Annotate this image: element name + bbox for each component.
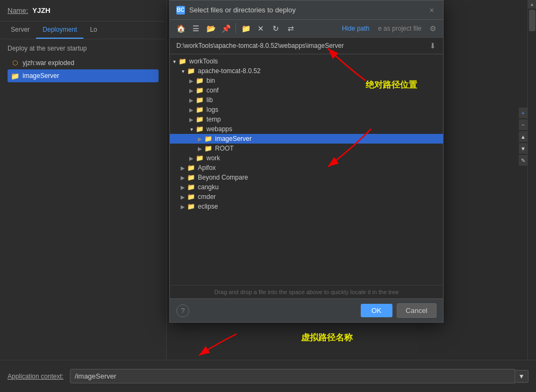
toolbar-pin-btn[interactable]: 📌: [219, 22, 232, 35]
name-label[interactable]: Name:: [8, 6, 28, 15]
tree-node-workTools[interactable]: ▾📁workTools: [170, 56, 443, 66]
path-download-btn[interactable]: ⬇: [427, 40, 439, 52]
scroll-track: [528, 9, 536, 383]
tree-node-temp[interactable]: ▶📁temp: [170, 115, 443, 124]
folder-icon: 📁: [187, 183, 195, 191]
ok-button[interactable]: OK: [361, 304, 392, 317]
folder-icon: 📁: [178, 58, 187, 65]
expand-arrow[interactable]: ▾: [178, 68, 187, 74]
expand-arrow[interactable]: ▾: [187, 126, 196, 132]
expand-arrow[interactable]: ▶: [187, 78, 196, 84]
toolbar-folder-btn[interactable]: 📂: [204, 22, 217, 35]
tab-server[interactable]: Server: [4, 22, 36, 39]
tree-node-eclipse[interactable]: ▶📁eclipse: [170, 202, 443, 211]
tree-node-label: apache-tomcat-8.0.52: [198, 67, 261, 75]
tree-node-Apifox[interactable]: ▶📁Apifox: [170, 163, 443, 173]
deploy-section: Deploy at the server startup ⬡ yjzh:war …: [0, 39, 166, 88]
edit-icon-up[interactable]: ▲: [519, 131, 527, 142]
bottom-bar: Application context: ▼: [0, 360, 536, 392]
folder-icon: 📁: [204, 135, 212, 142]
tree-node-logs[interactable]: ▶📁logs: [170, 105, 443, 115]
right-scrollbar: ▲ ▼: [527, 0, 536, 392]
folder-icon: 📁: [196, 87, 204, 94]
help-button[interactable]: ?: [176, 304, 189, 317]
hide-path-button[interactable]: Hide path: [339, 24, 373, 33]
folder-icon: 📁: [187, 164, 195, 172]
tree-node-conf[interactable]: ▶📁conf: [170, 85, 443, 95]
cancel-button[interactable]: Cancel: [397, 303, 437, 318]
toolbar-sync-btn[interactable]: ⇄: [284, 22, 297, 35]
toolbar-list-btn[interactable]: ☰: [189, 22, 202, 35]
expand-arrow[interactable]: ▶: [187, 117, 196, 123]
tree-node-label: work: [206, 154, 220, 162]
deploy-item-war-label: yjzh:war exploded: [23, 59, 74, 67]
folder-icon: 📁: [187, 174, 195, 181]
folder-icon: 📁: [187, 67, 195, 75]
expand-arrow[interactable]: ▶: [196, 146, 204, 152]
toolbar-refresh-btn[interactable]: ↻: [269, 22, 282, 35]
expand-arrow[interactable]: ▶: [178, 175, 187, 181]
tree-node-label: cmder: [198, 193, 216, 201]
expand-arrow[interactable]: ▶: [187, 88, 196, 94]
dialog-close-button[interactable]: ×: [427, 5, 437, 15]
gear-button[interactable]: ⚙: [427, 23, 439, 34]
expand-arrow[interactable]: ▶: [187, 97, 196, 103]
name-value: YJZH: [32, 6, 50, 15]
app-context-label[interactable]: Application context:: [8, 373, 63, 380]
path-bar: ⬇: [170, 38, 443, 54]
dialog-toolbar: 🏠 ☰ 📂 📌 📁 ✕ ↻ ⇄ Hide path e as project f…: [170, 20, 443, 38]
tree-node-imageServer[interactable]: ▶📁imageServer: [170, 134, 443, 144]
tree-node-ROOT[interactable]: ▶📁ROOT: [170, 144, 443, 153]
edit-icon-plus[interactable]: +: [519, 108, 527, 118]
tree-node-label: eclipse: [198, 203, 218, 210]
tab-lo[interactable]: Lo: [83, 22, 103, 39]
dialog-title: Select files or directories to deploy: [189, 6, 427, 14]
expand-arrow[interactable]: ▶: [178, 194, 187, 200]
deploy-item-war[interactable]: ⬡ yjzh:war exploded: [8, 56, 159, 69]
name-row: Name: YJZH: [0, 0, 166, 22]
toolbar-home-btn[interactable]: 🏠: [174, 22, 187, 35]
tree-node-label: imageServer: [215, 135, 252, 142]
tree-node-BeyondCompare[interactable]: ▶📁Beyond Compare: [170, 173, 443, 182]
expand-arrow[interactable]: ▶: [178, 165, 187, 171]
expand-arrow[interactable]: ▶: [187, 107, 196, 113]
toolbar-close-btn[interactable]: ✕: [254, 22, 267, 35]
expand-arrow[interactable]: ▾: [170, 59, 178, 65]
save-as-project-button[interactable]: e as project file: [375, 24, 425, 33]
tree-node-cangku[interactable]: ▶📁cangku: [170, 182, 443, 192]
tree-node-label: ROOT: [215, 145, 234, 152]
tree-node-lib[interactable]: ▶📁lib: [170, 95, 443, 105]
app-context-input[interactable]: [70, 369, 515, 383]
folder-icon: 📁: [187, 203, 195, 210]
tree-node-work[interactable]: ▶📁work: [170, 153, 443, 163]
folder-icon: 📁: [196, 106, 204, 113]
tree-node-bin[interactable]: ▶📁bin: [170, 76, 443, 85]
deploy-title: Deploy at the server startup: [8, 45, 159, 52]
expand-arrow[interactable]: ▶: [196, 136, 204, 142]
tree-node-cmder[interactable]: ▶📁cmder: [170, 192, 443, 202]
tree-node-label: cangku: [198, 183, 219, 191]
expand-arrow[interactable]: ▶: [178, 184, 187, 190]
toolbar-newfolder-btn[interactable]: 📁: [239, 22, 252, 35]
expand-arrow[interactable]: ▶: [187, 155, 196, 161]
drag-hint: Drag and drop a file into the space abov…: [170, 285, 443, 298]
tree-area[interactable]: ▾📁workTools▾📁apache-tomcat-8.0.52▶📁bin▶📁…: [170, 54, 443, 285]
arrow-svg-bottom: [194, 329, 258, 361]
path-input[interactable]: [174, 41, 427, 51]
expand-arrow[interactable]: ▶: [178, 204, 187, 210]
tree-node-apache-tomcat[interactable]: ▾📁apache-tomcat-8.0.52: [170, 66, 443, 76]
edit-icon-pencil[interactable]: ✎: [519, 155, 527, 166]
deploy-item-imageserver[interactable]: 📁 imageServer: [8, 69, 159, 82]
edit-icon-down[interactable]: ▼: [519, 143, 527, 154]
tab-deployment[interactable]: Deployment: [36, 22, 83, 39]
scroll-up-btn[interactable]: ▲: [528, 0, 537, 9]
folder-icon: 📁: [196, 125, 204, 133]
tree-node-webapps[interactable]: ▾📁webapps: [170, 124, 443, 134]
folder-icon: 📁: [196, 116, 204, 123]
deploy-item-imageserver-label: imageServer: [23, 72, 59, 80]
dialog-titlebar: BC Select files or directories to deploy…: [170, 1, 443, 20]
scroll-thumb[interactable]: [529, 10, 535, 31]
edit-icon-minus[interactable]: −: [519, 119, 527, 130]
app-context-dropdown[interactable]: ▼: [515, 370, 528, 383]
dialog-title-icon: BC: [176, 6, 185, 15]
